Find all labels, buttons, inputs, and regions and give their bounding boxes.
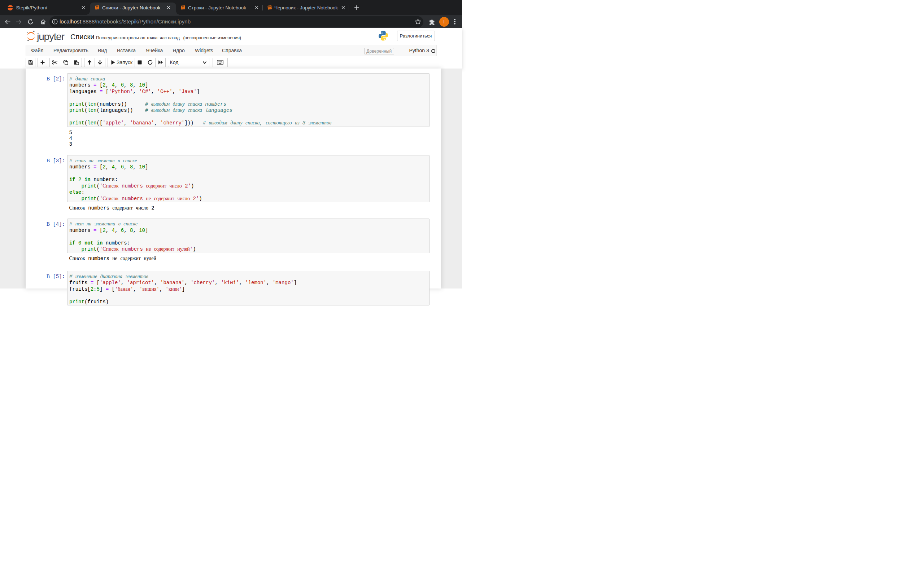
svg-text:jupyter: jupyter bbox=[36, 31, 65, 42]
